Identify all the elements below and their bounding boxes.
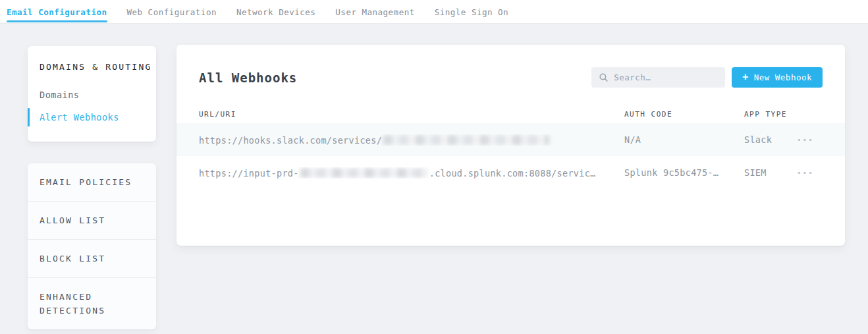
table-header-row: URL/URI AUTH CODE APP TYPE [176,105,845,123]
search-icon [599,73,608,82]
panel-header-actions: + New Webhook [591,67,823,88]
tab-user-management[interactable]: User Management [335,0,414,24]
row-actions-cell: ••• [796,134,823,146]
url-prefix: https://input-prd- [199,168,299,179]
sidebar-item-email-policies[interactable]: EMAIL POLICIES [28,163,156,201]
url-suffix: .cloud.splunk.com:8088/servic… [429,168,596,179]
url-prefix: https://hooks.slack.com/services/ [199,135,382,146]
sidebar-item-enhanced-detections[interactable]: ENHANCED DETECTIONS [28,277,156,329]
sidebar-sections-card: EMAIL POLICIES ALLOW LIST BLOCK LIST ENH… [28,163,156,329]
search-input[interactable] [614,72,717,82]
search-box[interactable] [591,67,725,88]
new-webhook-button[interactable]: + New Webhook [732,67,823,88]
app-type-cell: Slack [744,134,796,145]
table-row[interactable]: https://hooks.slack.com/services/ N/A Sl… [176,123,845,156]
new-webhook-button-label: New Webhook [754,72,812,82]
sidebar-item-allow-list[interactable]: ALLOW LIST [28,201,156,239]
page-title: All Webhooks [199,70,297,85]
sidebar-item-block-list[interactable]: BLOCK LIST [28,239,156,277]
auth-code-cell: N/A [624,134,744,145]
column-header-auth-code: AUTH CODE [624,110,744,119]
app-type-cell: SIEM [744,167,796,178]
tab-web-configuration[interactable]: Web Configuration [127,0,217,24]
tab-network-devices[interactable]: Network Devices [236,0,315,24]
panel-header: All Webhooks + New Webhook [176,45,845,88]
redacted-url-segment [383,135,549,145]
top-navigation: Email Configuration Web Configuration Ne… [0,0,868,24]
tab-single-sign-on[interactable]: Single Sign On [435,0,508,24]
domains-routing-heading: DOMAINS & ROUTING [28,62,156,72]
webhooks-panel: All Webhooks + New Webhook URL/URI A [176,45,845,246]
auth-code-cell: Splunk 9c5bc475-… [624,167,744,178]
domains-routing-card: DOMAINS & ROUTING Domains Alert Webhooks [28,46,156,142]
column-header-app-type: APP TYPE [744,110,796,119]
sidebar-item-domains[interactable]: Domains [28,85,156,105]
tab-email-configuration[interactable]: Email Configuration [7,0,107,24]
active-indicator-bar [28,108,30,126]
webhook-url-cell: https://hooks.slack.com/services/ [199,134,624,146]
column-header-url-uri: URL/URI [199,110,624,119]
redacted-url-segment [300,168,428,178]
page-content: DOMAINS & ROUTING Domains Alert Webhooks… [0,24,868,329]
more-options-icon[interactable]: ••• [796,134,815,146]
sidebar-item-label: Alert Webhooks [40,112,119,123]
plus-icon: + [742,72,749,82]
sidebar-item-alert-webhooks[interactable]: Alert Webhooks [28,107,156,127]
webhooks-table: URL/URI AUTH CODE APP TYPE https://hooks… [176,105,845,189]
sidebar: DOMAINS & ROUTING Domains Alert Webhooks… [28,45,156,329]
table-row[interactable]: https://input-prd-.cloud.splunk.com:8088… [176,156,845,189]
more-options-icon[interactable]: ••• [796,167,815,179]
webhook-url-cell: https://input-prd-.cloud.splunk.com:8088… [199,167,624,179]
row-actions-cell: ••• [796,167,823,179]
